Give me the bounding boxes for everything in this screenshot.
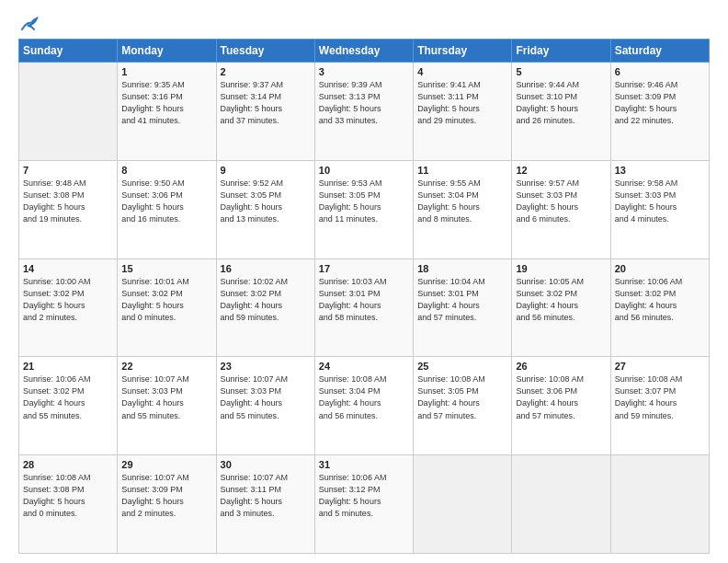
day-cell: 25Sunrise: 10:08 AM Sunset: 3:05 PM Dayl… xyxy=(414,357,512,455)
day-number: 9 xyxy=(221,165,311,176)
day-cell: 5Sunrise: 9:44 AM Sunset: 3:10 PM Daylig… xyxy=(512,63,610,161)
day-number: 20 xyxy=(615,263,705,274)
day-info: Sunrise: 9:44 AM Sunset: 3:10 PM Dayligh… xyxy=(516,79,606,127)
day-number: 5 xyxy=(516,66,606,77)
day-info: Sunrise: 9:35 AM Sunset: 3:16 PM Dayligh… xyxy=(121,79,211,127)
day-cell: 1Sunrise: 9:35 AM Sunset: 3:16 PM Daylig… xyxy=(118,63,216,161)
day-cell: 2Sunrise: 9:37 AM Sunset: 3:14 PM Daylig… xyxy=(216,63,314,161)
day-cell: 3Sunrise: 9:39 AM Sunset: 3:13 PM Daylig… xyxy=(314,63,413,161)
day-info: Sunrise: 10:06 AM Sunset: 3:02 PM Daylig… xyxy=(615,276,705,324)
day-info: Sunrise: 9:52 AM Sunset: 3:05 PM Dayligh… xyxy=(221,178,311,225)
day-number: 7 xyxy=(23,165,113,176)
day-info: Sunrise: 10:08 AM Sunset: 3:06 PM Daylig… xyxy=(516,373,606,421)
page: SundayMondayTuesdayWednesdayThursdayFrid… xyxy=(0,0,728,563)
day-number: 3 xyxy=(319,66,409,77)
day-cell: 22Sunrise: 10:07 AM Sunset: 3:03 PM Dayl… xyxy=(118,357,216,455)
weekday-friday: Friday xyxy=(512,40,610,63)
day-number: 22 xyxy=(121,361,211,372)
day-info: Sunrise: 10:08 AM Sunset: 3:05 PM Daylig… xyxy=(417,373,507,421)
day-number: 12 xyxy=(516,165,606,176)
day-info: Sunrise: 9:58 AM Sunset: 3:03 PM Dayligh… xyxy=(615,178,705,225)
day-number: 21 xyxy=(23,361,113,372)
day-info: Sunrise: 9:55 AM Sunset: 3:04 PM Dayligh… xyxy=(417,178,507,225)
logo-bird-icon xyxy=(20,17,40,33)
day-number: 24 xyxy=(319,361,409,372)
day-cell: 7Sunrise: 9:48 AM Sunset: 3:08 PM Daylig… xyxy=(19,160,118,259)
day-info: Sunrise: 10:05 AM Sunset: 3:02 PM Daylig… xyxy=(516,276,606,324)
day-number: 10 xyxy=(319,165,409,176)
day-cell: 17Sunrise: 10:03 AM Sunset: 3:01 PM Dayl… xyxy=(314,259,413,357)
day-info: Sunrise: 10:07 AM Sunset: 3:09 PM Daylig… xyxy=(121,472,211,520)
day-info: Sunrise: 9:39 AM Sunset: 3:13 PM Dayligh… xyxy=(319,79,409,127)
day-info: Sunrise: 9:41 AM Sunset: 3:11 PM Dayligh… xyxy=(417,79,507,127)
day-cell: 30Sunrise: 10:07 AM Sunset: 3:11 PM Dayl… xyxy=(216,455,314,554)
header xyxy=(18,17,710,33)
day-cell: 20Sunrise: 10:06 AM Sunset: 3:02 PM Dayl… xyxy=(610,259,709,357)
day-number: 30 xyxy=(221,459,311,470)
day-cell xyxy=(19,63,118,161)
day-number: 13 xyxy=(615,165,705,176)
day-info: Sunrise: 9:48 AM Sunset: 3:08 PM Dayligh… xyxy=(23,178,113,225)
day-cell: 26Sunrise: 10:08 AM Sunset: 3:06 PM Dayl… xyxy=(512,357,610,455)
day-cell: 8Sunrise: 9:50 AM Sunset: 3:06 PM Daylig… xyxy=(118,160,216,259)
day-info: Sunrise: 10:08 AM Sunset: 3:08 PM Daylig… xyxy=(23,472,113,520)
day-cell: 9Sunrise: 9:52 AM Sunset: 3:05 PM Daylig… xyxy=(216,160,314,259)
day-number: 6 xyxy=(615,66,705,77)
day-info: Sunrise: 10:06 AM Sunset: 3:02 PM Daylig… xyxy=(23,373,113,421)
day-cell: 18Sunrise: 10:04 AM Sunset: 3:01 PM Dayl… xyxy=(414,259,512,357)
day-number: 11 xyxy=(417,165,507,176)
day-number: 28 xyxy=(23,459,113,470)
weekday-saturday: Saturday xyxy=(610,40,709,63)
day-number: 17 xyxy=(319,263,409,274)
day-info: Sunrise: 10:07 AM Sunset: 3:03 PM Daylig… xyxy=(121,373,211,421)
logo-text xyxy=(18,17,40,33)
day-info: Sunrise: 9:57 AM Sunset: 3:03 PM Dayligh… xyxy=(516,178,606,225)
week-row-4: 21Sunrise: 10:06 AM Sunset: 3:02 PM Dayl… xyxy=(19,357,710,455)
day-info: Sunrise: 10:01 AM Sunset: 3:02 PM Daylig… xyxy=(121,276,211,324)
day-info: Sunrise: 10:02 AM Sunset: 3:02 PM Daylig… xyxy=(221,276,311,324)
day-number: 2 xyxy=(221,66,311,77)
day-number: 19 xyxy=(516,263,606,274)
day-cell: 13Sunrise: 9:58 AM Sunset: 3:03 PM Dayli… xyxy=(610,160,709,259)
day-cell: 12Sunrise: 9:57 AM Sunset: 3:03 PM Dayli… xyxy=(512,160,610,259)
weekday-tuesday: Tuesday xyxy=(216,40,314,63)
day-number: 23 xyxy=(221,361,311,372)
day-info: Sunrise: 9:50 AM Sunset: 3:06 PM Dayligh… xyxy=(121,178,211,225)
weekday-thursday: Thursday xyxy=(414,40,512,63)
day-number: 15 xyxy=(121,263,211,274)
day-info: Sunrise: 10:08 AM Sunset: 3:04 PM Daylig… xyxy=(319,373,409,421)
day-cell: 11Sunrise: 9:55 AM Sunset: 3:04 PM Dayli… xyxy=(414,160,512,259)
day-info: Sunrise: 10:00 AM Sunset: 3:02 PM Daylig… xyxy=(23,276,113,324)
week-row-1: 1Sunrise: 9:35 AM Sunset: 3:16 PM Daylig… xyxy=(19,63,710,161)
weekday-wednesday: Wednesday xyxy=(314,40,413,63)
day-cell: 14Sunrise: 10:00 AM Sunset: 3:02 PM Dayl… xyxy=(19,259,118,357)
day-info: Sunrise: 10:06 AM Sunset: 3:12 PM Daylig… xyxy=(319,472,409,520)
day-cell: 29Sunrise: 10:07 AM Sunset: 3:09 PM Dayl… xyxy=(118,455,216,554)
day-number: 27 xyxy=(615,361,705,372)
day-cell xyxy=(414,455,512,554)
week-row-2: 7Sunrise: 9:48 AM Sunset: 3:08 PM Daylig… xyxy=(19,160,710,259)
day-number: 1 xyxy=(121,66,211,77)
day-number: 16 xyxy=(221,263,311,274)
day-cell: 4Sunrise: 9:41 AM Sunset: 3:11 PM Daylig… xyxy=(414,63,512,161)
day-number: 25 xyxy=(417,361,507,372)
day-info: Sunrise: 10:03 AM Sunset: 3:01 PM Daylig… xyxy=(319,276,409,324)
day-cell: 6Sunrise: 9:46 AM Sunset: 3:09 PM Daylig… xyxy=(610,63,709,161)
day-cell: 31Sunrise: 10:06 AM Sunset: 3:12 PM Dayl… xyxy=(314,455,413,554)
logo xyxy=(18,17,40,33)
weekday-sunday: Sunday xyxy=(19,40,118,63)
day-cell: 19Sunrise: 10:05 AM Sunset: 3:02 PM Dayl… xyxy=(512,259,610,357)
day-info: Sunrise: 9:53 AM Sunset: 3:05 PM Dayligh… xyxy=(319,178,409,225)
day-cell: 16Sunrise: 10:02 AM Sunset: 3:02 PM Dayl… xyxy=(216,259,314,357)
day-cell: 10Sunrise: 9:53 AM Sunset: 3:05 PM Dayli… xyxy=(314,160,413,259)
calendar: SundayMondayTuesdayWednesdayThursdayFrid… xyxy=(18,39,710,554)
day-cell: 24Sunrise: 10:08 AM Sunset: 3:04 PM Dayl… xyxy=(314,357,413,455)
day-number: 29 xyxy=(121,459,211,470)
day-info: Sunrise: 10:07 AM Sunset: 3:03 PM Daylig… xyxy=(221,373,311,421)
day-number: 31 xyxy=(319,459,409,470)
day-number: 14 xyxy=(23,263,113,274)
day-info: Sunrise: 10:08 AM Sunset: 3:07 PM Daylig… xyxy=(615,373,705,421)
day-cell: 21Sunrise: 10:06 AM Sunset: 3:02 PM Dayl… xyxy=(19,357,118,455)
day-number: 26 xyxy=(516,361,606,372)
day-cell: 15Sunrise: 10:01 AM Sunset: 3:02 PM Dayl… xyxy=(118,259,216,357)
